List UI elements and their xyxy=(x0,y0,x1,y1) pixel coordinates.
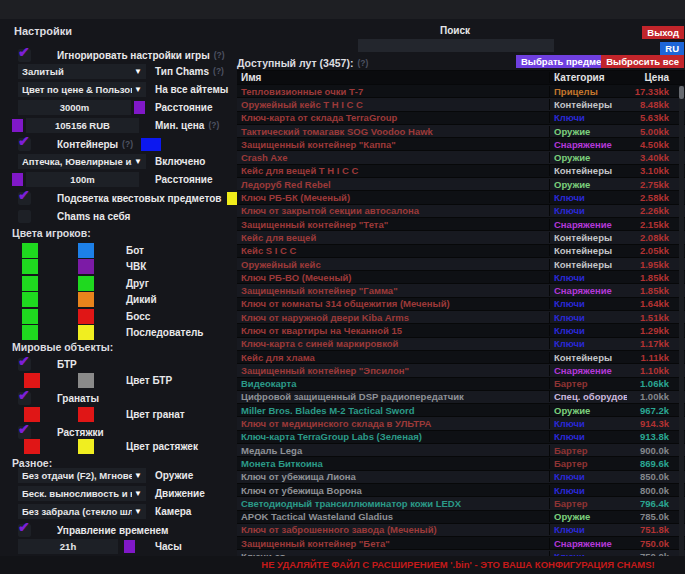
quest-highlight-checkbox[interactable]: ✔ xyxy=(18,192,31,205)
ignore-game-settings-checkbox[interactable]: ✔ xyxy=(18,49,31,62)
table-row[interactable]: Ключ-карта с синей маркировкойКлючи1.17k… xyxy=(237,338,685,351)
table-row[interactable]: Ледоруб Red RebelОружие2.75kk xyxy=(237,178,685,191)
item-category: Снаряжение xyxy=(549,538,627,549)
color-swatch[interactable] xyxy=(124,540,135,553)
help-icon[interactable]: (?) xyxy=(357,58,368,68)
grenades-checkbox[interactable]: ✔ xyxy=(18,392,31,405)
color-swatch[interactable] xyxy=(12,173,23,186)
table-row[interactable]: Ключ-карта от склада TerraGroupКлючи5.63… xyxy=(237,112,685,125)
table-row[interactable]: Crash AxeОружие3.40kk xyxy=(237,151,685,164)
table-row[interactable]: Защищенный контейнер "Каппа"Снаряжение4.… xyxy=(237,138,685,151)
item-price: 1.29kk xyxy=(627,325,685,336)
table-row[interactable]: Ключ РБ-ВО (Меченый)Ключи1.85kk xyxy=(237,271,685,284)
table-row[interactable]: Ключ от комнаты 314 общежития (Меченый)К… xyxy=(237,298,685,311)
table-row[interactable]: Ключ от заброшенного завода (Меченый)Клю… xyxy=(237,524,685,537)
color-swatch[interactable] xyxy=(22,243,38,258)
color-swatch[interactable] xyxy=(78,243,94,258)
table-row[interactable]: Монета БиткоинаБартер869.6k xyxy=(237,457,685,470)
item-name: Тепловизионные очки Т-7 xyxy=(237,86,549,97)
table-row[interactable]: Медаль LegaБартер900.0k xyxy=(237,444,685,457)
table-row[interactable]: Оружейный кейсКонтейнеры1.95kk xyxy=(237,258,685,271)
help-icon[interactable]: (?) xyxy=(214,50,225,60)
search-input[interactable] xyxy=(358,39,554,52)
time-control-checkbox[interactable]: ✔ xyxy=(18,524,31,537)
color-swatch[interactable] xyxy=(78,407,94,422)
table-row[interactable]: Цифровой защищенный DSP радиопередатчикС… xyxy=(237,391,685,404)
table-row[interactable]: Тепловизионные очки Т-7Прицелы17.33kk xyxy=(237,85,685,98)
item-category: Спец. оборудование xyxy=(549,391,627,402)
color-swatch[interactable] xyxy=(78,439,94,454)
movement-dropdown[interactable]: Беск. выносливость и нет уста ▼ xyxy=(18,486,146,501)
table-row[interactable]: Кейс для вещейКонтейнеры2.08kk xyxy=(237,231,685,244)
table-row[interactable]: Кейс для вещей T H I C CКонтейнеры3.10kk xyxy=(237,165,685,178)
column-header-price[interactable]: Цена xyxy=(627,72,685,83)
btr-checkbox[interactable]: ✔ xyxy=(18,358,31,371)
item-name: Кейс для вещей T H I C C xyxy=(237,165,549,176)
color-swatch[interactable] xyxy=(22,325,38,340)
table-row[interactable]: ВидеокартаБартер1.06kk xyxy=(237,378,685,391)
table-row[interactable]: Ключ от медицинского склада в УЛЬТРАКлюч… xyxy=(237,417,685,430)
scrollbar[interactable] xyxy=(679,86,684,556)
table-row[interactable]: Кейс S I C CКонтейнеры2.05kk xyxy=(237,245,685,258)
exit-button[interactable]: Выход xyxy=(642,26,684,39)
color-swatch[interactable] xyxy=(141,138,161,151)
table-row[interactable]: Ключ от убежища ЛионаКлючи850.0k xyxy=(237,471,685,484)
hours-input[interactable] xyxy=(18,539,118,554)
containers-checkbox[interactable]: ✔ xyxy=(18,138,31,151)
item-price: 800.0k xyxy=(627,485,685,496)
table-row[interactable]: Защищенный контейнер "Гамма"Снаряжение1.… xyxy=(237,284,685,297)
table-row[interactable]: Тактический томагавк SOG Voodoo HawkОруж… xyxy=(237,125,685,138)
table-row[interactable]: Кейс для хламаКонтейнеры1.11kk xyxy=(237,351,685,364)
table-row[interactable]: Ключ от наружной двери Kiba ArmsКлючи1.5… xyxy=(237,311,685,324)
table-row[interactable]: Светодиодный трансиллюминатор кожи LEDXБ… xyxy=(237,497,685,510)
color-swatch[interactable] xyxy=(78,325,94,340)
distance-input[interactable] xyxy=(18,100,131,115)
color-swatch[interactable] xyxy=(22,309,38,324)
color-swatch[interactable] xyxy=(12,119,23,132)
drop-all-button[interactable]: Выбросить все xyxy=(601,55,684,68)
color-swatch[interactable] xyxy=(78,309,94,324)
table-row[interactable]: Ключ от квартиры на Чеканной 15Ключи1.29… xyxy=(237,324,685,337)
table-row[interactable]: Ключ от закрытой секции автосалонаКлючи2… xyxy=(237,205,685,218)
table-row[interactable]: APOK Tactical Wasteland GladiusОружие785… xyxy=(237,511,685,524)
color-swatch[interactable] xyxy=(78,276,94,291)
setting-label: Игнорировать настройки игры xyxy=(57,50,210,61)
setting-weapon: Без отдачи (F2), Мгновенное п ▼ Оружие xyxy=(10,467,235,483)
color-swatch[interactable] xyxy=(134,101,145,114)
color-swatch[interactable] xyxy=(22,292,38,307)
color-swatch[interactable] xyxy=(24,439,40,454)
color-swatch[interactable] xyxy=(24,373,40,388)
color-swatch[interactable] xyxy=(78,292,94,307)
column-header-name[interactable]: Имя xyxy=(237,72,549,83)
container-distance-input[interactable] xyxy=(26,172,139,187)
scrollbar-thumb[interactable] xyxy=(679,86,684,99)
column-header-category[interactable]: Категория xyxy=(549,72,627,83)
language-button[interactable]: RU xyxy=(660,42,684,55)
camera-dropdown[interactable]: Без забрала (стекло шлема) ▼ xyxy=(18,504,146,519)
table-row[interactable]: Ключ-карта TerraGroup Labs (Зеленая)Ключ… xyxy=(237,431,685,444)
table-row[interactable]: Защищенный контейнер "Эпсилон"Снаряжение… xyxy=(237,364,685,377)
color-swatch[interactable] xyxy=(24,407,40,422)
table-row[interactable]: Защищенный контейнер "Бета"Снаряжение750… xyxy=(237,537,685,550)
color-swatch[interactable] xyxy=(22,276,38,291)
color-swatch[interactable] xyxy=(78,373,94,388)
tripwires-checkbox[interactable]: ✔ xyxy=(18,426,31,439)
chams-type-dropdown[interactable]: Залитый ▼ xyxy=(18,64,146,79)
color-swatch[interactable] xyxy=(22,259,38,274)
table-row[interactable]: Защищенный контейнер "Тета"Снаряжение2.1… xyxy=(237,218,685,231)
item-category: Снаряжение xyxy=(549,365,627,376)
table-row[interactable]: Ключ от убежища ВоронаКлючи800.0k xyxy=(237,484,685,497)
help-icon[interactable]: (?) xyxy=(213,66,224,76)
min-price-input[interactable] xyxy=(26,118,139,133)
help-icon[interactable]: (?) xyxy=(122,139,133,149)
all-items-dropdown[interactable]: Цвет по цене & Пользователь ▼ xyxy=(18,82,146,97)
weapon-dropdown[interactable]: Без отдачи (F2), Мгновенное п ▼ xyxy=(18,468,146,483)
color-swatch[interactable] xyxy=(78,259,94,274)
containers-filter-dropdown[interactable]: Аптечка, Ювелирные и... ▼ xyxy=(18,154,146,169)
loot-rows: Тепловизионные очки Т-7Прицелы17.33kkОру… xyxy=(237,85,685,556)
table-row[interactable]: Оружейный кейс T H I C CКонтейнеры8.48kk xyxy=(237,98,685,111)
table-row[interactable]: Miller Bros. Blades M-2 Tactical SwordОр… xyxy=(237,404,685,417)
help-icon[interactable]: (?) xyxy=(208,120,219,130)
chams-self-checkbox[interactable] xyxy=(18,210,31,223)
table-row[interactable]: Ключ РБ-БК (Меченый)Ключи2.58kk xyxy=(237,191,685,204)
